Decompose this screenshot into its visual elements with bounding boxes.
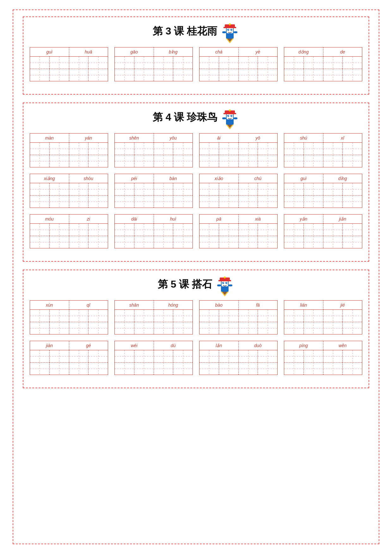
char-column [30, 224, 69, 248]
char-cell [30, 310, 50, 322]
char-cell [134, 183, 154, 195]
char-row [239, 350, 278, 363]
char-cell [30, 224, 50, 236]
pinyin-label: gāo [115, 47, 154, 56]
char-cell [304, 143, 323, 155]
char-column [284, 350, 323, 375]
char-column [323, 183, 362, 208]
char-cell [89, 69, 108, 81]
char-cell [69, 143, 89, 155]
char-row [154, 155, 193, 167]
char-row [323, 183, 362, 196]
char-cell [50, 155, 69, 167]
char-cell [239, 350, 258, 362]
char-cell [134, 155, 154, 167]
pinyin-label: hóng [154, 301, 193, 309]
char-cell [199, 236, 219, 248]
char-cell [69, 224, 89, 236]
svg-marker-28 [222, 292, 227, 295]
char-row [199, 363, 238, 375]
char-cell [258, 155, 277, 167]
pinyin-label: huā [69, 47, 108, 56]
page-container: 第 3 课 桂花雨 guìhuāgāobǐngcháy [13, 9, 379, 544]
char-row [199, 69, 238, 81]
char-cell [219, 236, 238, 248]
char-column [284, 57, 323, 81]
char-column [115, 350, 154, 375]
char-cell [258, 196, 277, 208]
char-row [323, 57, 362, 69]
char-cell [219, 183, 238, 195]
svg-marker-2 [227, 39, 232, 42]
char-row [115, 350, 154, 363]
char-row [323, 236, 362, 248]
word-row: mànyánshēnyōuāiyōshúxī [30, 133, 362, 167]
svg-rect-35 [218, 280, 231, 281]
char-cell [50, 57, 69, 69]
pinyin-label: yè [239, 47, 278, 56]
char-row [284, 57, 323, 69]
char-cell [154, 322, 174, 334]
char-cell [89, 310, 108, 322]
char-row [239, 363, 278, 375]
char-cell [173, 143, 193, 155]
char-cell [50, 69, 69, 81]
char-row [69, 224, 108, 236]
pinyin-label: bào [199, 301, 239, 309]
char-cell [219, 322, 238, 334]
char-cell [304, 196, 323, 208]
char-row [239, 224, 278, 236]
char-row [154, 363, 193, 375]
char-row [199, 350, 238, 363]
char-cell [89, 363, 108, 375]
char-column [69, 143, 108, 167]
char-row [69, 322, 108, 334]
char-cell [239, 57, 258, 69]
char-column [30, 350, 69, 375]
pinyin-label: chá [199, 47, 239, 56]
svg-point-32 [223, 282, 224, 283]
char-cell [154, 69, 174, 81]
pinyin-label: shān [115, 301, 154, 309]
svg-rect-0 [226, 27, 234, 39]
char-cell [115, 224, 134, 236]
char-row [199, 310, 238, 322]
char-cell [258, 236, 277, 248]
word-box: mànyán [30, 133, 108, 167]
char-row [284, 69, 323, 81]
char-row [284, 196, 323, 208]
char-cell [50, 143, 69, 155]
svg-point-6 [228, 29, 229, 30]
char-column [154, 183, 193, 208]
char-row [199, 57, 238, 69]
char-row [115, 236, 154, 248]
word-box: guìdǐng [284, 174, 362, 208]
char-cell [115, 143, 134, 155]
char-cell [173, 69, 193, 81]
char-cell [30, 363, 50, 375]
svg-point-5 [230, 29, 232, 31]
char-row [154, 196, 193, 208]
char-cell [30, 236, 50, 248]
char-row [30, 57, 69, 69]
pinyin-label: zi [69, 215, 108, 223]
char-row [69, 155, 108, 167]
char-cell [239, 143, 258, 155]
section-title-text: 第 4 课 珍珠鸟 [153, 110, 217, 124]
mascot-icon [220, 108, 239, 127]
char-row [115, 310, 154, 322]
char-cell [343, 57, 362, 69]
char-cell [89, 155, 108, 167]
char-row [199, 183, 238, 196]
section-lesson4: 第 4 课 珍珠鸟 mànyánshēnyōuāiyō [23, 103, 369, 262]
char-cell [284, 363, 304, 375]
char-cell [219, 196, 238, 208]
pinyin-label: fā [239, 301, 278, 309]
pinyin-label: bàn [154, 174, 193, 183]
svg-rect-11 [222, 31, 226, 33]
pinyin-label: dú [154, 341, 193, 350]
char-row [30, 69, 69, 81]
pinyin-label: bǐng [154, 47, 193, 56]
char-cell [134, 322, 154, 334]
char-cell [115, 196, 134, 208]
